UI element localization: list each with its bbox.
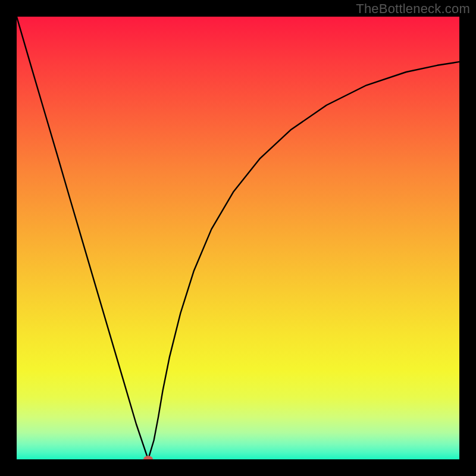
plot-area bbox=[17, 17, 459, 459]
watermark-text: TheBottleneck.com bbox=[356, 1, 470, 17]
curve-line bbox=[17, 17, 459, 459]
minimum-marker bbox=[143, 456, 153, 459]
chart-frame: TheBottleneck.com bbox=[0, 0, 476, 476]
